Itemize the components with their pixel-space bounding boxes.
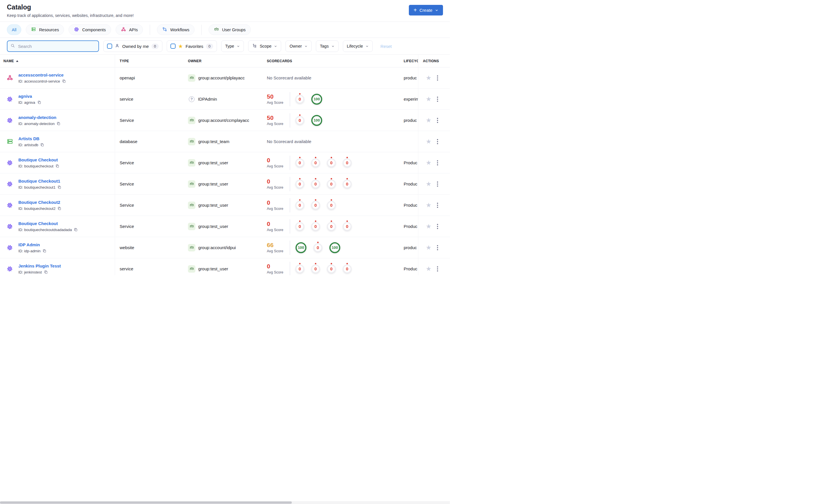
favorite-star-icon[interactable]: ★ bbox=[426, 245, 431, 251]
entity-name-link[interactable]: Jenkins Plugin Tesst bbox=[18, 263, 61, 268]
tab-all[interactable]: All bbox=[7, 24, 21, 35]
lifecycle-dropdown[interactable]: Lifecycle bbox=[343, 40, 373, 52]
type-dropdown[interactable]: Type bbox=[221, 40, 244, 52]
favorite-star-icon[interactable]: ★ bbox=[426, 266, 431, 272]
row-menu-icon[interactable] bbox=[436, 117, 439, 124]
scorecard-gauge: 100 bbox=[311, 94, 322, 105]
favorite-star-icon[interactable]: ★ bbox=[426, 202, 431, 209]
copy-icon[interactable] bbox=[40, 143, 44, 147]
entity-type: Service bbox=[120, 181, 134, 186]
tab-apis[interactable]: APIs bbox=[116, 24, 143, 35]
owned-by-me-filter[interactable]: Owned by me 0 bbox=[103, 40, 163, 52]
search-box[interactable] bbox=[7, 40, 99, 52]
create-button[interactable]: + Create bbox=[409, 5, 443, 15]
copy-icon[interactable] bbox=[57, 122, 61, 126]
lifecycle-value: produc bbox=[404, 118, 417, 123]
row-menu-icon[interactable] bbox=[436, 159, 439, 166]
copy-icon[interactable] bbox=[58, 207, 62, 211]
entity-name-link[interactable]: Artists DB bbox=[18, 136, 44, 141]
lifecycle-value: produc bbox=[404, 245, 417, 250]
lifecycle-value: Produc bbox=[404, 224, 417, 229]
scorecard-gauge: 0 bbox=[296, 95, 304, 104]
copy-icon[interactable] bbox=[62, 79, 66, 83]
copy-icon[interactable] bbox=[37, 100, 41, 104]
scorecard-gauge: 100 bbox=[296, 242, 306, 253]
column-header-lifecycle: LIFECYCLE bbox=[404, 55, 418, 67]
favorite-star-icon[interactable]: ★ bbox=[426, 223, 431, 230]
row-menu-icon[interactable] bbox=[436, 138, 439, 145]
entity-name-link[interactable]: IDP Admin bbox=[18, 242, 46, 247]
favorites-filter[interactable]: ★ Favorites 0 bbox=[167, 40, 217, 52]
column-header-type: TYPE bbox=[115, 55, 187, 67]
owner-group-icon bbox=[188, 265, 195, 273]
entity-type: Service bbox=[120, 160, 134, 165]
entity-id: ID: idp-admin bbox=[18, 249, 40, 253]
favorite-star-icon[interactable]: ★ bbox=[426, 181, 431, 187]
entity-name-link[interactable]: agniva bbox=[18, 94, 41, 99]
favorite-star-icon[interactable]: ★ bbox=[426, 138, 431, 145]
copy-icon[interactable] bbox=[44, 270, 48, 274]
favorites-count: 0 bbox=[206, 43, 213, 49]
copy-icon[interactable] bbox=[56, 164, 60, 168]
copy-icon[interactable] bbox=[58, 185, 62, 189]
row-menu-icon[interactable] bbox=[436, 202, 439, 209]
owner-group-icon bbox=[188, 223, 195, 230]
no-scorecard-text: No Scorecard available bbox=[267, 139, 311, 144]
scope-icon bbox=[252, 43, 257, 49]
favorite-star-icon[interactable]: ★ bbox=[426, 96, 431, 102]
reset-filters-link[interactable]: Reset bbox=[381, 44, 392, 49]
scorecard-gauge: 0 bbox=[343, 158, 351, 167]
scorecard-gauge: 100 bbox=[311, 115, 322, 126]
favorite-star-icon[interactable]: ★ bbox=[426, 117, 431, 124]
scorecard-gauge: 0 bbox=[343, 222, 351, 231]
entity-name-link[interactable]: Boutique Checkout1 bbox=[18, 178, 62, 183]
copy-icon[interactable] bbox=[42, 249, 46, 253]
table-row: Boutique Checkout2 ID: boutiquecheckout2… bbox=[0, 195, 450, 216]
row-menu-icon[interactable] bbox=[436, 180, 439, 188]
owner-group-icon bbox=[188, 202, 195, 209]
service-gear-icon bbox=[6, 266, 13, 272]
row-menu-icon[interactable] bbox=[436, 96, 439, 103]
owner-dropdown[interactable]: Owner bbox=[286, 40, 312, 52]
entity-name-link[interactable]: anomaly-detection bbox=[18, 115, 61, 120]
favorites-checkbox[interactable] bbox=[171, 43, 176, 49]
entity-id: ID: agniva bbox=[18, 100, 35, 105]
scorecard-gauge: 0 bbox=[314, 243, 322, 252]
chevron-down-icon bbox=[331, 45, 334, 48]
row-menu-icon[interactable] bbox=[436, 265, 439, 273]
owner-group-icon bbox=[188, 159, 195, 166]
components-icon bbox=[74, 27, 79, 33]
tab-user-groups[interactable]: User Groups bbox=[209, 24, 251, 35]
favorite-star-icon[interactable]: ★ bbox=[426, 160, 431, 166]
service-gear-icon bbox=[6, 202, 13, 209]
tab-workflows[interactable]: Workflows bbox=[157, 24, 195, 35]
tags-dropdown[interactable]: Tags bbox=[316, 40, 338, 52]
apis-icon bbox=[121, 27, 126, 33]
avg-score-label: Avg Score bbox=[267, 101, 290, 105]
owned-by-me-checkbox[interactable] bbox=[107, 43, 112, 49]
entity-name-link[interactable]: Boutique Checkout bbox=[18, 221, 78, 226]
entity-name-link[interactable]: Boutique Checkout2 bbox=[18, 200, 62, 205]
sort-ascending-icon bbox=[16, 60, 18, 62]
owned-by-me-label: Owned by me bbox=[122, 44, 149, 49]
column-header-name[interactable]: NAME bbox=[0, 55, 115, 67]
entity-name-link[interactable]: Boutique Checkout bbox=[18, 157, 60, 162]
row-menu-icon[interactable] bbox=[436, 74, 439, 82]
table-row: accesscontrol-service ID: accesscontrol-… bbox=[0, 68, 450, 89]
row-menu-icon[interactable] bbox=[436, 244, 439, 251]
owner-label: group:test_team bbox=[198, 139, 229, 144]
plus-icon: + bbox=[413, 7, 417, 13]
scope-dropdown[interactable]: Scope bbox=[248, 40, 281, 52]
copy-icon[interactable] bbox=[74, 228, 78, 232]
chevron-down-icon bbox=[237, 45, 240, 48]
tab-components[interactable]: Components bbox=[69, 24, 111, 35]
search-input[interactable] bbox=[17, 43, 96, 49]
row-menu-icon[interactable] bbox=[436, 223, 439, 230]
entity-name-link[interactable]: accesscontrol-service bbox=[18, 73, 66, 78]
owner-label: group:account/idpui bbox=[198, 245, 236, 250]
service-gear-icon bbox=[6, 160, 13, 166]
favorite-star-icon[interactable]: ★ bbox=[426, 75, 431, 81]
avg-score-label: Avg Score bbox=[267, 122, 290, 126]
tab-resources[interactable]: Resources bbox=[26, 24, 64, 35]
chevron-down-icon bbox=[435, 9, 438, 12]
